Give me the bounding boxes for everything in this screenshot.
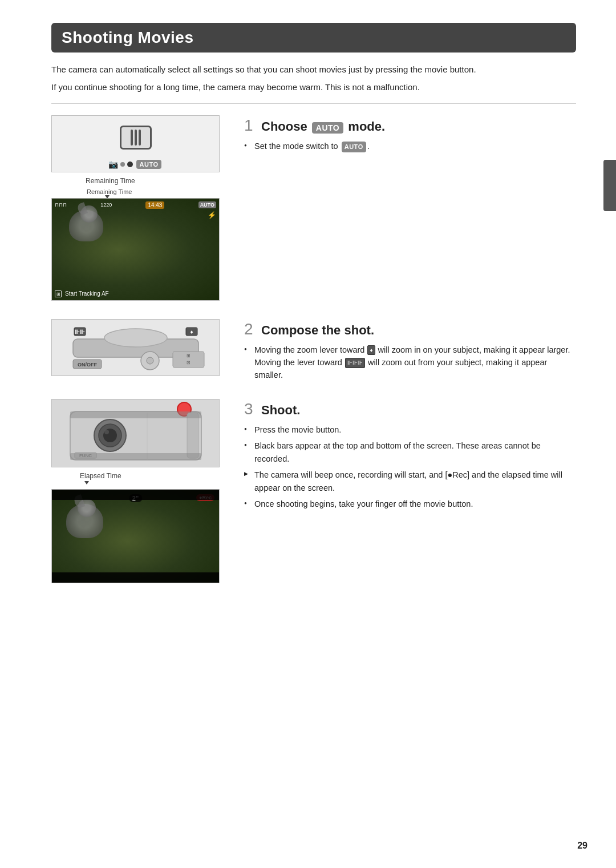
screen-ui-bar: ⊓⊓⊓ 1220 14:43 AUTO <box>55 201 216 209</box>
bullet-1-1: Set the mode switch to AUTO. <box>244 140 576 152</box>
step-3-num: 3 <box>244 401 257 417</box>
side-tab <box>603 160 616 211</box>
step-2-heading: 2 Compose the shot. <box>244 321 576 338</box>
page-number: 29 <box>577 841 587 851</box>
remaining-time-container: Remaining Time Remaining Time <box>51 177 228 301</box>
svg-point-1 <box>104 329 167 347</box>
sd-indicator: 1220 <box>100 202 112 208</box>
tracking-icon: ⊞ <box>55 290 62 297</box>
step-3-diagrams: FUNC Elapsed Time <box>51 399 228 588</box>
bullet-3-2: Black bars appear at the top and bottom … <box>244 439 576 465</box>
svg-text:ON/OFF: ON/OFF <box>78 362 97 368</box>
step-2-row: ⊪⊪ ♦ ON/OFF ⊞ ⊡ <box>51 319 576 385</box>
shoot-svg: FUNC <box>59 400 213 466</box>
screen-overlay: ⊓⊓⊓ 1220 14:43 AUTO ⚡ ⊞ Start Tracking A… <box>52 199 219 300</box>
step-3-heading: 3 Shoot. <box>244 401 576 418</box>
step-3-content: 3 Shoot. Press the movie button. Black b… <box>244 399 576 514</box>
mode-row: 📷 AUTO <box>108 160 163 169</box>
mode-dot-1 <box>120 162 125 167</box>
divider <box>51 103 576 104</box>
step-2-diagrams: ⊪⊪ ♦ ON/OFF ⊞ ⊡ <box>51 319 228 381</box>
cam-top-shape <box>113 119 159 156</box>
remaining-time-label: Remaining Time <box>86 177 228 185</box>
time-display: 14:43 <box>145 201 164 209</box>
mode-dot-active <box>127 162 133 167</box>
zoom-controls-diagram: ⊪⊪ ♦ ON/OFF ⊞ ⊡ <box>51 319 220 376</box>
bullet-3-3: The camera will beep once, recording wil… <box>244 469 576 494</box>
viewfinder-icon <box>120 126 152 150</box>
tele-icon: ♦ <box>367 345 375 356</box>
screen-shot-diagram: ⊓⊓⊓ 1220 14:43 AUTO ⚡ ⊞ Start Tracking A… <box>51 198 220 301</box>
svg-rect-24 <box>70 453 201 460</box>
step-3-row: FUNC Elapsed Time <box>51 399 576 588</box>
step-1-row: 📷 AUTO Remaining Time Remaining Time <box>51 115 576 305</box>
step-2-bullets: Moving the zoom lever toward ♦ will zoom… <box>244 344 576 382</box>
svg-rect-23 <box>70 411 201 418</box>
step-1-bullets: Set the mode switch to AUTO. <box>244 140 576 152</box>
step-2-num: 2 <box>244 321 257 337</box>
step-1-num: 1 <box>244 118 257 134</box>
battery-display: ⊓⊓⊓ <box>55 202 67 208</box>
svg-text:⊪⊪: ⊪⊪ <box>75 329 85 335</box>
bullet-3-4: Once shooting begins, take your finger o… <box>244 498 576 510</box>
step-3-bullets: Press the movie button. Black bars appea… <box>244 423 576 511</box>
step-3-title: Shoot. <box>261 403 300 418</box>
flash-icon: ⚡ <box>208 211 216 219</box>
wide-icon: ⊪⊪⊪ <box>345 358 365 368</box>
top-black-bar <box>52 490 219 500</box>
mode-switch-diagram: 📷 AUTO <box>51 115 220 172</box>
intro-text-2: If you continue shooting for a long time… <box>51 80 576 94</box>
svg-text:⊡: ⊡ <box>186 360 190 365</box>
bottom-black-bar <box>52 572 219 583</box>
bullet-2-1: Moving the zoom lever toward ♦ will zoom… <box>244 344 576 382</box>
auto-badge-screen: AUTO <box>198 201 216 208</box>
remaining-time-text: Remaining Time <box>87 188 132 195</box>
elapsed-diagram: 2" ●Rec <box>51 489 220 583</box>
step-1-content: 1 Choose AUTO mode. Set the mode switch … <box>244 115 576 156</box>
step-2-content: 2 Compose the shot. Moving the zoom leve… <box>244 319 576 385</box>
page-title-box: Shooting Movies <box>51 23 576 53</box>
shoot-diagram: FUNC <box>51 399 220 467</box>
auto-badge-top: AUTO <box>136 160 162 169</box>
step-2-title: Compose the shot. <box>261 323 374 338</box>
bullet-3-1: Press the movie button. <box>244 423 576 436</box>
svg-point-18 <box>104 430 109 434</box>
intro-text-1: The camera can automatically select all … <box>51 63 576 76</box>
svg-text:♦: ♦ <box>190 329 193 335</box>
elapsed-time-label: Elapsed Time <box>80 472 228 485</box>
zoom-svg: ⊪⊪ ♦ ON/OFF ⊞ ⊡ <box>62 322 210 373</box>
step-1-diagrams: 📷 AUTO Remaining Time Remaining Time <box>51 115 228 305</box>
svg-point-12 <box>147 357 153 364</box>
page-title: Shooting Movies <box>62 29 566 47</box>
auto-badge-heading: AUTO <box>312 122 343 134</box>
screen-bottom-bar: ⊞ Start Tracking AF <box>55 290 216 297</box>
svg-rect-21 <box>187 413 198 458</box>
start-tracking-label: Start Tracking AF <box>65 290 109 297</box>
svg-text:⊞: ⊞ <box>186 353 190 358</box>
camera-icon: 📷 <box>108 160 118 169</box>
step-1-heading: 1 Choose AUTO mode. <box>244 118 576 134</box>
step-1-title: Choose AUTO mode. <box>261 119 385 134</box>
